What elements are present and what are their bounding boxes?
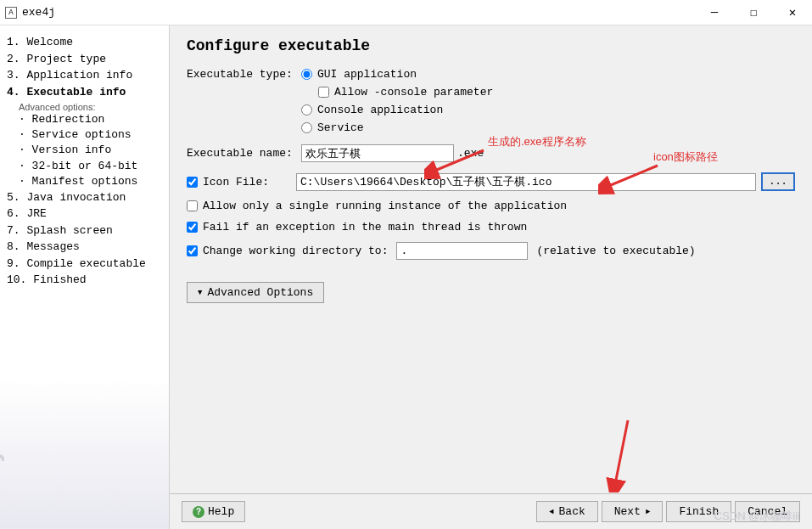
- help-label: Help: [208, 505, 234, 518]
- radio-console-label: Console application: [317, 104, 443, 116]
- minimize-button[interactable]: ─: [695, 0, 734, 25]
- cancel-button[interactable]: Cancel: [735, 501, 800, 522]
- radio-service-label: Service: [317, 121, 364, 134]
- step-java-invocation[interactable]: 5. Java invocation: [7, 189, 162, 206]
- checkbox-single-instance[interactable]: [187, 200, 198, 211]
- single-instance-label: Allow only a single running instance of …: [203, 200, 567, 212]
- brand-logo: exe4j: [0, 451, 5, 519]
- advanced-options-header: Advanced options:: [19, 102, 162, 112]
- fail-exception-label: Fail if an exception in the main thread …: [203, 221, 527, 234]
- adv-manifest[interactable]: · Manifest options: [19, 174, 162, 189]
- radio-console[interactable]: [301, 104, 312, 115]
- checkbox-change-dir[interactable]: [187, 245, 198, 256]
- close-button[interactable]: ✕: [773, 0, 812, 25]
- back-button[interactable]: Back: [536, 501, 598, 522]
- radio-gui-label: GUI application: [317, 68, 417, 81]
- svg-line-5: [615, 420, 628, 484]
- window-title: exe4j: [22, 6, 695, 19]
- wizard-sidebar: 1. Welcome 2. Project type 3. Applicatio…: [0, 25, 170, 529]
- maximize-button[interactable]: ☐: [734, 0, 773, 25]
- window-controls: ─ ☐ ✕: [695, 0, 812, 25]
- step-application-info[interactable]: 3. Application info: [7, 67, 162, 84]
- adv-bitness[interactable]: · 32-bit or 64-bit: [19, 159, 162, 174]
- step-messages[interactable]: 8. Messages: [7, 239, 162, 256]
- page-heading: Configure executable: [187, 37, 795, 54]
- browse-icon-button[interactable]: ...: [761, 172, 795, 191]
- relative-label: (relative to executable): [536, 245, 695, 257]
- checkbox-icon-file[interactable]: [187, 177, 198, 188]
- checkbox-allow-console[interactable]: [318, 87, 329, 98]
- titlebar: A exe4j ─ ☐ ✕: [0, 0, 812, 25]
- annotation-arrow-next: [602, 416, 636, 492]
- step-splash-screen[interactable]: 7. Splash screen: [7, 222, 162, 239]
- step-compile[interactable]: 9. Compile executable: [7, 256, 162, 273]
- exe-name-input[interactable]: [301, 144, 454, 162]
- icon-file-input[interactable]: [296, 173, 756, 191]
- adv-version-info[interactable]: · Version info: [19, 143, 162, 158]
- step-jre[interactable]: 6. JRE: [7, 205, 162, 222]
- adv-service-options[interactable]: · Service options: [19, 127, 162, 143]
- exe-suffix: .exe: [457, 147, 484, 160]
- step-finished[interactable]: 10. Finished: [7, 272, 162, 289]
- wizard-footer: ? Help Back Next Finish Cancel: [170, 493, 812, 529]
- help-icon: ?: [193, 506, 204, 518]
- finish-button[interactable]: Finish: [666, 501, 731, 522]
- allow-console-label: Allow -console parameter: [334, 86, 493, 98]
- icon-file-label: Icon File:: [203, 176, 296, 189]
- working-dir-input[interactable]: [396, 242, 528, 260]
- step-executable-info[interactable]: 4. Executable info: [7, 84, 162, 101]
- next-button[interactable]: Next: [602, 501, 664, 522]
- step-project-type[interactable]: 2. Project type: [7, 51, 162, 68]
- help-button[interactable]: ? Help: [182, 501, 245, 522]
- app-icon: A: [5, 7, 17, 19]
- advanced-options-button[interactable]: Advanced Options: [187, 282, 324, 303]
- adv-redirection[interactable]: · Redirection: [19, 112, 162, 127]
- checkbox-fail-exception[interactable]: [187, 222, 198, 233]
- radio-gui[interactable]: [301, 69, 312, 80]
- exe-name-label: Executable name:: [187, 147, 301, 160]
- content-panel: Configure executable Executable type: GU…: [170, 25, 812, 529]
- step-welcome[interactable]: 1. Welcome: [7, 34, 162, 51]
- change-dir-label: Change working directory to:: [203, 245, 388, 257]
- radio-service[interactable]: [301, 122, 312, 133]
- exe-type-label: Executable type:: [187, 68, 301, 81]
